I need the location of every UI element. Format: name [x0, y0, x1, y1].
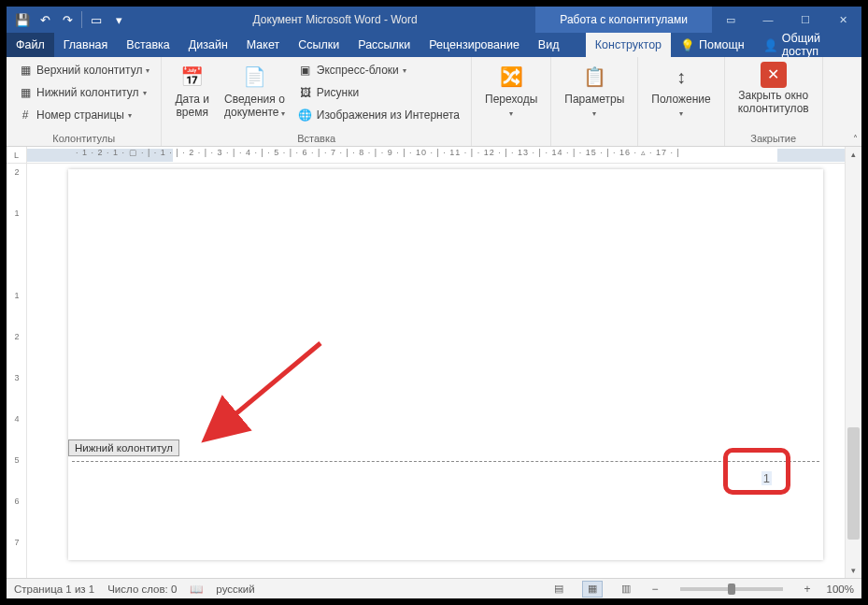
date-time-button[interactable]: 📅 Дата ивремя	[169, 60, 215, 132]
footer-icon: ▦	[18, 85, 33, 100]
tab-references[interactable]: Ссылки	[289, 33, 349, 57]
annotation-arrow	[199, 343, 330, 459]
goto-button[interactable]: 🔀Переходы▾	[479, 60, 543, 132]
bulb-icon: 💡	[680, 38, 695, 52]
zoom-in-button[interactable]: +	[802, 583, 814, 596]
ribbon-tabs: Файл Главная Вставка Дизайн Макет Ссылки…	[7, 33, 861, 57]
redo-icon[interactable]: ↷	[57, 9, 78, 30]
qat-separator	[81, 11, 82, 28]
status-bar: Страница 1 из 1 Число слов: 0 📖 русский …	[7, 578, 861, 598]
doc-info-button[interactable]: 📄 Сведения одокументе ▾	[219, 60, 291, 132]
save-icon[interactable]: 💾	[12, 9, 33, 30]
nav-icon: 🔀	[496, 62, 526, 92]
calendar-icon: 📅	[178, 62, 207, 92]
docinfo-icon: 📄	[239, 62, 269, 92]
close-header-footer-button[interactable]: ✕ Закрыть окноколонтитулов	[733, 60, 815, 132]
status-word-count[interactable]: Число слов: 0	[107, 583, 177, 595]
quickparts-icon: ▣	[298, 63, 313, 78]
print-layout-icon[interactable]: ▦	[582, 581, 603, 598]
tab-insert[interactable]: Вставка	[117, 33, 178, 57]
ribbon-display-options-icon[interactable]: ▭	[712, 7, 749, 33]
scroll-thumb[interactable]	[847, 427, 860, 540]
footer-tag-label[interactable]: Нижний колонтитул	[68, 439, 179, 456]
status-language[interactable]: русский	[216, 583, 254, 595]
zoom-slider[interactable]	[680, 587, 783, 591]
close-hf-icon: ✕	[761, 62, 787, 88]
collapse-ribbon-icon[interactable]: ˄	[853, 134, 858, 144]
close-icon[interactable]: ✕	[824, 7, 861, 33]
status-page[interactable]: Страница 1 из 1	[14, 583, 94, 595]
proofing-icon[interactable]: 📖	[190, 583, 203, 596]
tab-layout[interactable]: Макет	[237, 33, 289, 57]
group-label: Закрытие	[733, 132, 815, 144]
scroll-up-icon[interactable]: ▴	[846, 147, 861, 162]
contextual-tab-title: Работа с колонтитулами	[535, 7, 712, 33]
group-options: 📋Параметры▾	[551, 57, 638, 146]
online-pictures-button[interactable]: 🌐Изображения из Интернета	[294, 105, 463, 125]
tab-mailings[interactable]: Рассылки	[349, 33, 420, 57]
vertical-ruler[interactable]: 2 1 1 2 3 4 5 6 7	[7, 164, 27, 578]
ruler-corner[interactable]: L	[7, 147, 27, 164]
header-icon: ▦	[18, 63, 33, 78]
position-icon: ↕	[666, 62, 696, 92]
options-icon: 📋	[579, 62, 609, 92]
maximize-icon[interactable]: ☐	[787, 7, 824, 33]
zoom-out-button[interactable]: −	[649, 583, 662, 596]
tell-me-button[interactable]: 💡Помощн	[671, 33, 754, 57]
group-insert: 📅 Дата ивремя 📄 Сведения одокументе ▾ ▣Э…	[162, 57, 472, 146]
position-button[interactable]: ↕Положение▾	[646, 60, 716, 132]
group-navigation: 🔀Переходы▾	[472, 57, 551, 146]
tab-file[interactable]: Файл	[7, 33, 54, 57]
vertical-scrollbar[interactable]: ▴ ▾	[845, 147, 861, 578]
tab-design[interactable]: Дизайн	[179, 33, 237, 57]
share-button[interactable]: 👤Общий доступ	[754, 33, 861, 57]
tab-view[interactable]: Вид	[529, 33, 569, 57]
group-label: Вставка	[169, 132, 463, 144]
group-close: ✕ Закрыть окноколонтитулов Закрытие	[725, 57, 823, 146]
undo-icon[interactable]: ↶	[35, 9, 55, 30]
share-icon: 👤	[763, 38, 778, 52]
tab-review[interactable]: Рецензирование	[420, 33, 529, 57]
picture-icon: 🖼	[298, 85, 313, 100]
annotation-highlight-box	[723, 448, 790, 495]
svg-line-0	[208, 343, 320, 437]
pictures-button[interactable]: 🖼Рисунки	[294, 82, 463, 103]
title-bar: 💾 ↶ ↷ ▭ ▾ Документ Microsoft Word - Word…	[7, 7, 861, 33]
ribbon: ▦Верхний колонтитул▾ ▦Нижний колонтитул▾…	[7, 57, 861, 147]
tab-designer[interactable]: Конструктор	[586, 33, 671, 57]
minimize-icon[interactable]: —	[749, 7, 787, 33]
page-number-button[interactable]: #Номер страницы▾	[14, 105, 153, 125]
group-position: ↕Положение▾	[638, 57, 724, 146]
group-label: Колонтитулы	[14, 132, 153, 144]
web-layout-icon[interactable]: ▥	[616, 581, 636, 598]
zoom-level[interactable]: 100%	[827, 583, 854, 595]
online-picture-icon: 🌐	[298, 108, 313, 122]
pagenum-icon: #	[18, 108, 33, 122]
quick-access-toolbar: 💾 ↶ ↷ ▭ ▾	[7, 9, 135, 30]
document-area: L · 1 · 2 · 1 · ▢ · | · 1 · | · 2 · | · …	[7, 147, 845, 578]
tab-home[interactable]: Главная	[54, 33, 118, 57]
horizontal-ruler[interactable]: · 1 · 2 · 1 · ▢ · | · 1 · | · 2 · | · 3 …	[27, 147, 845, 164]
new-doc-icon[interactable]: ▭	[86, 9, 107, 30]
footer-button[interactable]: ▦Нижний колонтитул▾	[14, 82, 153, 103]
qat-more-icon[interactable]: ▾	[108, 9, 129, 30]
scroll-down-icon[interactable]: ▾	[846, 563, 861, 578]
quick-parts-button[interactable]: ▣Экспресс-блоки▾	[294, 60, 463, 80]
document-page[interactable]: Нижний колонтитул 1	[68, 169, 823, 560]
footer-boundary	[72, 461, 819, 462]
group-headers-footers: ▦Верхний колонтитул▾ ▦Нижний колонтитул▾…	[7, 57, 162, 146]
window-title: Документ Microsoft Word - Word	[135, 13, 535, 26]
options-button[interactable]: 📋Параметры▾	[559, 60, 630, 132]
header-button[interactable]: ▦Верхний колонтитул▾	[14, 60, 153, 80]
read-mode-icon[interactable]: ▤	[548, 581, 569, 598]
